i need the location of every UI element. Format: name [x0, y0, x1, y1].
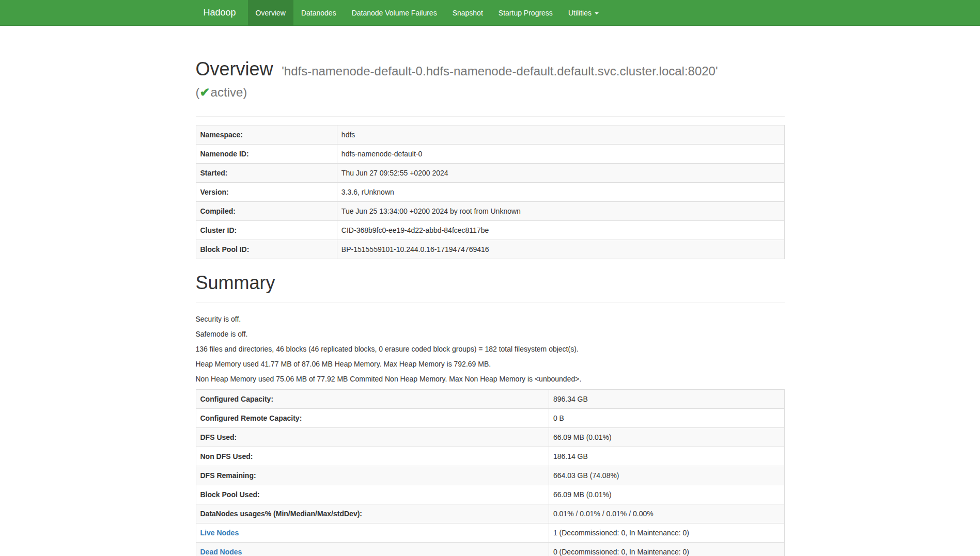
row-value: 1 (Decommissioned: 0, In Maintenance: 0) — [549, 523, 784, 542]
table-row-block-pool-used: Block Pool Used: 66.09 MB (0.01%) — [196, 485, 784, 504]
table-row-namespace: Namespace: hdfs — [196, 125, 784, 145]
nav-item-snapshot-wrap: Snapshot — [445, 0, 491, 26]
summary-line-safemode: Safemode is off. — [196, 329, 785, 340]
table-row-started: Started: Thu Jun 27 09:52:55 +0200 2024 — [196, 164, 784, 183]
row-value: 66.09 MB (0.01%) — [549, 427, 784, 447]
nav-utilities-dropdown[interactable]: Utilities — [561, 0, 606, 26]
row-label: Namespace: — [196, 125, 337, 145]
nav-item-startup-progress-wrap: Startup Progress — [491, 0, 561, 26]
table-row-configured-capacity: Configured Capacity: 896.34 GB — [196, 389, 784, 408]
chevron-down-icon — [595, 12, 599, 14]
table-row-namenode-id: Namenode ID: hdfs-namenode-default-0 — [196, 145, 784, 164]
row-value: BP-1515559101-10.244.0.16-1719474769416 — [337, 240, 784, 259]
table-row-dfs-remaining: DFS Remaining: 664.03 GB (74.08%) — [196, 466, 784, 485]
table-row-cluster-id: Cluster ID: CID-368b9fc0-ee19-4d22-abbd-… — [196, 221, 784, 240]
nav-datanode-volume-failures[interactable]: Datanode Volume Failures — [344, 0, 445, 26]
nav-item-datanodes-wrap: Datanodes — [293, 0, 344, 26]
nav-overview[interactable]: Overview — [248, 0, 293, 26]
nav-startup-progress[interactable]: Startup Progress — [491, 0, 561, 26]
table-row-dfs-used: DFS Used: 66.09 MB (0.01%) — [196, 427, 784, 447]
nav-utilities-label: Utilities — [568, 9, 592, 17]
nav-item-overview-wrap: Overview — [248, 0, 293, 26]
status-label: active) — [211, 85, 247, 99]
capacity-summary-table: Configured Capacity: 896.34 GB Configure… — [196, 389, 785, 556]
summary-line-filesystem-objects: 136 files and directories, 46 blocks (46… — [196, 344, 785, 355]
summary-page-header: Summary — [196, 273, 785, 303]
row-label: DataNodes usages% (Min/Median/Max/stdDev… — [196, 504, 549, 523]
table-row-compiled: Compiled: Tue Jun 25 13:34:00 +0200 2024… — [196, 202, 784, 221]
row-label: Compiled: — [196, 202, 337, 221]
main-content: Overview 'hdfs-namenode-default-0.hdfs-n… — [188, 59, 792, 556]
row-label: Cluster ID: — [196, 221, 337, 240]
row-value: 186.14 GB — [549, 447, 784, 466]
row-value: 3.3.6, rUnknown — [337, 183, 784, 202]
namenode-address-text: 'hdfs-namenode-default-0.hdfs-namenode-d… — [282, 64, 718, 78]
nav-item-utilities-wrap: Utilities — [561, 0, 606, 26]
row-value: 664.03 GB (74.08%) — [549, 466, 784, 485]
row-value: 0 B — [549, 408, 784, 427]
table-row-non-dfs-used: Non DFS Used: 186.14 GB — [196, 447, 784, 466]
row-label: Configured Capacity: — [196, 389, 549, 408]
namenode-status: (✔active) — [196, 85, 247, 99]
row-label: Namenode ID: — [196, 145, 337, 164]
row-label: Configured Remote Capacity: — [196, 408, 549, 427]
row-value: hdfs — [337, 125, 784, 145]
table-row-configured-remote-capacity: Configured Remote Capacity: 0 B — [196, 408, 784, 427]
row-value: CID-368b9fc0-ee19-4d22-abbd-84fcec8117be — [337, 221, 784, 240]
row-label: DFS Remaining: — [196, 466, 549, 485]
hadoop-brand[interactable]: Hadoop — [196, 0, 244, 26]
nav-datanodes[interactable]: Datanodes — [293, 0, 344, 26]
overview-page-header: Overview 'hdfs-namenode-default-0.hdfs-n… — [196, 59, 785, 117]
summary-line-non-heap-memory: Non Heap Memory used 75.06 MB of 77.92 M… — [196, 374, 785, 385]
dead-nodes-link[interactable]: Dead Nodes — [200, 548, 242, 556]
live-nodes-link[interactable]: Live Nodes — [200, 529, 239, 537]
row-value: 66.09 MB (0.01%) — [549, 485, 784, 504]
table-row-version: Version: 3.3.6, rUnknown — [196, 183, 784, 202]
row-label: Block Pool Used: — [196, 485, 549, 504]
check-icon: ✔ — [200, 85, 210, 99]
namenode-info-table: Namespace: hdfs Namenode ID: hdfs-nameno… — [196, 125, 785, 259]
row-value: 0 (Decommissioned: 0, In Maintenance: 0) — [549, 542, 784, 556]
row-label: Non DFS Used: — [196, 447, 549, 466]
row-value: Tue Jun 25 13:34:00 +0200 2024 by root f… — [337, 202, 784, 221]
row-value: hdfs-namenode-default-0 — [337, 145, 784, 164]
row-value: Thu Jun 27 09:52:55 +0200 2024 — [337, 164, 784, 183]
summary-text: Security is off. Safemode is off. 136 fi… — [196, 314, 785, 385]
summary-title: Summary — [196, 273, 785, 293]
summary-line-security: Security is off. — [196, 314, 785, 325]
row-label: Block Pool ID: — [196, 240, 337, 259]
namenode-address: 'hdfs-namenode-default-0.hdfs-namenode-d… — [196, 64, 718, 99]
row-value: 0.01% / 0.01% / 0.01% / 0.00% — [549, 504, 784, 523]
row-label: Started: — [196, 164, 337, 183]
top-navbar: Hadoop Overview Datanodes Datanode Volum… — [0, 0, 980, 26]
summary-line-heap-memory: Heap Memory used 41.77 MB of 87.06 MB He… — [196, 359, 785, 370]
table-row-dead-nodes: Dead Nodes 0 (Decommissioned: 0, In Main… — [196, 542, 784, 556]
row-label: Live Nodes — [196, 523, 549, 542]
table-row-datanode-usages: DataNodes usages% (Min/Median/Max/stdDev… — [196, 504, 784, 523]
row-label: DFS Used: — [196, 427, 549, 447]
status-open-paren: ( — [196, 85, 200, 99]
nav-snapshot[interactable]: Snapshot — [445, 0, 491, 26]
nav-item-volume-failures-wrap: Datanode Volume Failures — [344, 0, 445, 26]
page-title: Overview 'hdfs-namenode-default-0.hdfs-n… — [196, 59, 785, 101]
page-title-text: Overview — [196, 58, 273, 80]
row-label: Dead Nodes — [196, 542, 549, 556]
row-value: 896.34 GB — [549, 389, 784, 408]
row-label: Version: — [196, 183, 337, 202]
table-row-live-nodes: Live Nodes 1 (Decommissioned: 0, In Main… — [196, 523, 784, 542]
table-row-block-pool-id: Block Pool ID: BP-1515559101-10.244.0.16… — [196, 240, 784, 259]
main-nav: Overview Datanodes Datanode Volume Failu… — [248, 0, 606, 26]
